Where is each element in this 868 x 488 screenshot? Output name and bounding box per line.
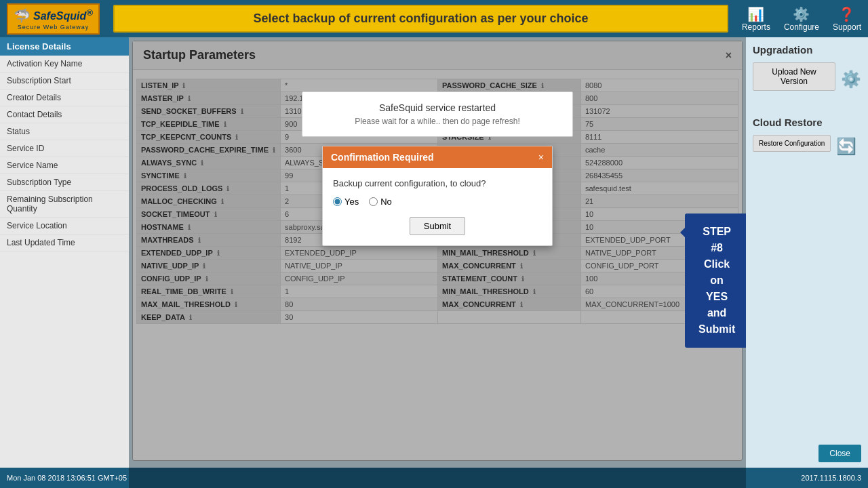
- nav-reports-label: Reports: [742, 22, 770, 32]
- reports-icon: 📊: [747, 6, 764, 22]
- sidebar-item-creator-details[interactable]: Creator Details: [0, 89, 129, 106]
- confirm-dialog-close-button[interactable]: ×: [538, 152, 544, 163]
- main-layout: License Details Activation Key Name Subs…: [0, 37, 868, 488]
- footer-datetime: Mon Jan 08 2018 13:06:51 GMT+05: [7, 474, 127, 482]
- sidebar-item-last-updated[interactable]: Last Updated Time: [0, 235, 129, 251]
- sidebar-item-subscription-start[interactable]: Subscription Start: [0, 73, 129, 89]
- cloud-restore-icon: 🔄: [836, 137, 856, 156]
- nav-support[interactable]: ❓ Support: [833, 6, 861, 32]
- support-icon: ❓: [838, 6, 855, 22]
- confirm-question: Backup current configuration, to cloud?: [333, 178, 542, 188]
- logo-reg: ®: [86, 7, 93, 18]
- configure-icon: ⚙️: [793, 6, 810, 22]
- step-tooltip: STEP #8 Click on YES and Submit: [685, 214, 746, 348]
- sidebar-item-activation-key[interactable]: Activation Key Name: [0, 56, 129, 73]
- header-nav: 📊 Reports ⚙️ Configure ❓ Support: [742, 6, 861, 32]
- radio-yes-input[interactable]: [333, 197, 342, 206]
- sidebar-item-service-location[interactable]: Service Location: [0, 218, 129, 235]
- content-area: Startup Parameters × ✏️ LISTEN_IP ℹ*PASS…: [129, 37, 746, 488]
- gear-icon: ⚙️: [841, 70, 861, 89]
- radio-no-input[interactable]: [369, 197, 378, 206]
- nav-configure[interactable]: ⚙️ Configure: [784, 6, 819, 32]
- sidebar-item-contact-details[interactable]: Contact Details: [0, 106, 129, 123]
- cloud-restore-title: Cloud Restore: [753, 117, 861, 128]
- confirm-submit-row: Submit: [333, 217, 542, 235]
- header: 🦈 SafeSquid® Secure Web Gateway Select b…: [0, 0, 868, 37]
- confirm-radio-no[interactable]: No: [369, 197, 392, 207]
- confirm-submit-button[interactable]: Submit: [410, 217, 465, 235]
- nav-reports[interactable]: 📊 Reports: [742, 6, 770, 32]
- step-line1: Click on YES and: [698, 256, 735, 321]
- logo-subtitle: Secure Web Gateway: [18, 24, 89, 30]
- logo-name: SafeSquid®: [33, 7, 93, 22]
- confirm-dialog-body: Backup current configuration, to cloud? …: [323, 168, 552, 245]
- upgradation-section: Upgradation Upload New Version ⚙️: [753, 44, 861, 96]
- step-line2: Submit: [698, 321, 735, 338]
- radio-no-label: No: [380, 197, 392, 207]
- footer-version: 2017.1115.1800.3: [801, 474, 861, 482]
- restore-config-button[interactable]: Restore Configuration: [753, 135, 831, 152]
- service-restarted-title: SafeSquid service restarted: [323, 102, 552, 113]
- confirm-radio-group: Yes No: [333, 197, 542, 207]
- upgradation-title: Upgradation: [753, 44, 861, 56]
- service-restarted-notice: SafeSquid service restarted Please wait …: [302, 92, 573, 137]
- confirm-dialog-header: Confirmation Required ×: [323, 146, 552, 168]
- sidebar-item-service-id[interactable]: Service ID: [0, 140, 129, 157]
- bottom-close-button[interactable]: Close: [818, 445, 861, 462]
- sidebar: License Details Activation Key Name Subs…: [0, 37, 129, 488]
- sidebar-item-status[interactable]: Status: [0, 123, 129, 140]
- logo-area: 🦈 SafeSquid® Secure Web Gateway: [7, 3, 100, 35]
- step-label: STEP #8: [698, 224, 735, 256]
- radio-yes-label: Yes: [344, 197, 359, 207]
- cloud-restore-section: Cloud Restore Restore Configuration 🔄: [753, 117, 861, 157]
- banner-text: Select backup of current configuration a…: [253, 12, 588, 25]
- upload-version-button[interactable]: Upload New Version: [753, 62, 835, 91]
- confirm-radio-yes[interactable]: Yes: [333, 197, 359, 207]
- nav-configure-label: Configure: [784, 22, 819, 32]
- sidebar-item-remaining-subscription[interactable]: Remaining Subscription Quantity: [0, 191, 129, 218]
- header-banner: Select backup of current configuration a…: [113, 5, 728, 33]
- sidebar-item-service-name[interactable]: Service Name: [0, 157, 129, 174]
- confirm-dialog-title: Confirmation Required: [331, 152, 434, 163]
- logo-shark: 🦈: [14, 7, 31, 24]
- confirmation-dialog: Confirmation Required × Backup current c…: [322, 146, 553, 246]
- sidebar-item-subscription-type[interactable]: Subscription Type: [0, 174, 129, 191]
- nav-support-label: Support: [833, 22, 861, 32]
- right-panel: Upgradation Upload New Version ⚙️ Cloud …: [746, 37, 868, 488]
- service-restarted-sub: Please wait for a while.. then do page r…: [323, 117, 552, 126]
- sidebar-title: License Details: [0, 37, 129, 56]
